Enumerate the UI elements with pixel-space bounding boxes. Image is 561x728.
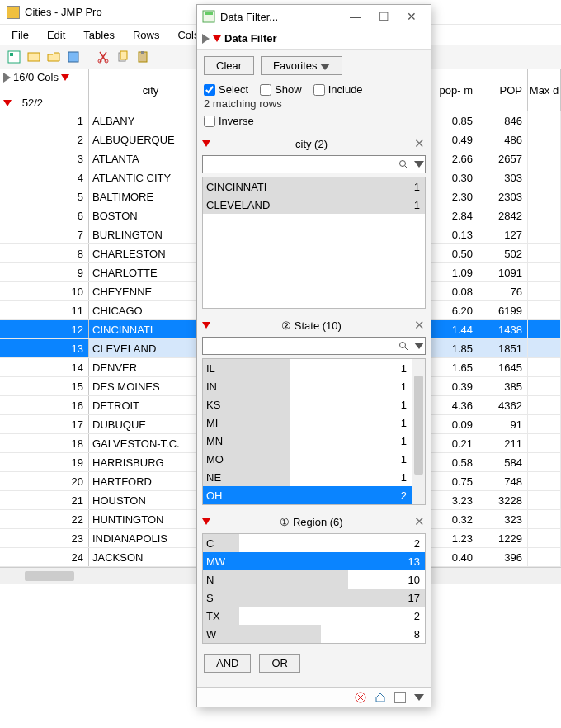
cell-pop[interactable]: 748 <box>478 472 528 490</box>
paste-button[interactable] <box>134 48 152 66</box>
row-number[interactable]: 13 <box>0 339 89 357</box>
panel-titlebar[interactable]: Data Filter... — ☐ ✕ <box>197 5 431 28</box>
tool-button-1[interactable] <box>5 48 23 66</box>
cell-pop[interactable]: 91 <box>478 415 528 433</box>
remove-region-filter[interactable]: ✕ <box>412 514 426 529</box>
list-item[interactable]: CINCINNATI1 <box>203 177 425 196</box>
cell-popm[interactable]: 0.30 <box>429 168 478 187</box>
menu-tables[interactable]: Tables <box>75 27 123 43</box>
cell-city[interactable]: CHICAGO <box>89 301 213 319</box>
cell-popm[interactable]: 0.40 <box>429 548 478 566</box>
cell-pop[interactable]: 2842 <box>478 206 528 225</box>
cell-popm[interactable]: 2.30 <box>429 187 478 206</box>
copy-button[interactable] <box>114 48 132 66</box>
home-icon[interactable] <box>375 692 386 703</box>
search-options-dropdown[interactable] <box>412 337 426 355</box>
cell-city[interactable]: HOUSTON <box>89 491 213 509</box>
cell-popm[interactable]: 6.20 <box>429 301 478 319</box>
cell-city[interactable]: DES MOINES <box>89 377 213 395</box>
cell-city[interactable]: ATLANTA <box>89 149 213 168</box>
list-item[interactable]: C2 <box>203 534 425 552</box>
row-number[interactable]: 6 <box>0 206 89 225</box>
list-item[interactable]: OH2 <box>203 486 412 504</box>
list-item[interactable]: MI1 <box>203 414 412 432</box>
list-item[interactable]: NE1 <box>203 468 412 486</box>
cell-pop[interactable]: 396 <box>478 548 528 566</box>
list-item[interactable]: W8 <box>203 625 425 643</box>
list-item[interactable]: MN1 <box>203 432 412 450</box>
menu-file[interactable]: File <box>3 27 37 43</box>
list-item[interactable]: N10 <box>203 570 425 589</box>
hotspot-icon[interactable] <box>202 322 210 329</box>
cell-city[interactable]: ATLANTIC CITY <box>89 168 213 187</box>
cell-city[interactable]: BALTIMORE <box>89 187 213 206</box>
row-number[interactable]: 4 <box>0 168 89 187</box>
cell-city[interactable]: BOSTON <box>89 206 213 225</box>
row-number[interactable]: 24 <box>0 548 89 566</box>
state-search-input[interactable] <box>202 337 394 355</box>
list-item[interactable]: TX2 <box>203 607 425 625</box>
select-checkbox[interactable]: Select <box>204 83 248 96</box>
cell-popm[interactable]: 1.65 <box>429 358 478 376</box>
cell-popm[interactable]: 0.58 <box>429 453 478 471</box>
cell-pop[interactable]: 1645 <box>478 358 528 376</box>
row-number[interactable]: 14 <box>0 358 89 376</box>
favorites-button[interactable]: Favorites <box>261 56 342 75</box>
cell-pop[interactable]: 127 <box>478 225 528 243</box>
clear-button[interactable]: Clear <box>204 56 254 75</box>
remove-city-filter[interactable]: ✕ <box>412 136 426 151</box>
search-icon[interactable] <box>394 155 412 173</box>
list-item[interactable]: S17 <box>203 589 425 607</box>
cell-city[interactable]: INDIANAPOLIS <box>89 529 213 547</box>
cell-popm[interactable]: 4.36 <box>429 396 478 414</box>
hotspot-icon[interactable] <box>61 74 69 81</box>
cell-popm[interactable]: 0.08 <box>429 282 478 300</box>
cut-button[interactable] <box>94 48 112 66</box>
cell-pop[interactable]: 2303 <box>478 187 528 206</box>
row-number[interactable]: 22 <box>0 510 89 528</box>
cell-city[interactable]: HARTFORD <box>89 472 213 490</box>
list-item[interactable]: CLEVELAND1 <box>203 196 425 214</box>
cell-popm[interactable]: 0.50 <box>429 244 478 262</box>
cell-city[interactable]: DETROIT <box>89 396 213 414</box>
cell-city[interactable]: HARRISBURG <box>89 453 213 471</box>
minimize-button[interactable]: — <box>342 10 370 23</box>
cell-popm[interactable]: 1.23 <box>429 529 478 547</box>
col-header-city[interactable]: city <box>89 69 213 111</box>
tool-button-4[interactable] <box>64 48 82 66</box>
cell-popm[interactable]: 2.66 <box>429 149 478 168</box>
cell-pop[interactable]: 303 <box>478 168 528 187</box>
row-number[interactable]: 3 <box>0 149 89 168</box>
search-options-dropdown[interactable] <box>412 155 426 173</box>
cell-popm[interactable]: 2.84 <box>429 206 478 225</box>
or-button[interactable]: OR <box>259 654 300 673</box>
cell-pop[interactable]: 502 <box>478 244 528 262</box>
cell-city[interactable]: ALBANY <box>89 111 213 130</box>
cell-popm[interactable]: 0.49 <box>429 130 478 149</box>
row-number[interactable]: 10 <box>0 282 89 300</box>
row-number[interactable]: 17 <box>0 415 89 433</box>
col-header-popm[interactable]: pop- m <box>429 69 478 111</box>
status-dropdown-icon[interactable] <box>414 694 424 701</box>
cell-city[interactable]: HUNTINGTON <box>89 510 213 528</box>
maximize-button[interactable]: ☐ <box>370 10 398 23</box>
cell-city[interactable]: JACKSON <box>89 548 213 566</box>
hotspot-icon[interactable] <box>3 100 12 106</box>
row-number[interactable]: 18 <box>0 434 89 452</box>
cell-pop[interactable]: 1438 <box>478 320 528 338</box>
cell-pop[interactable]: 211 <box>478 434 528 452</box>
list-item[interactable]: MW13 <box>203 552 425 570</box>
row-number[interactable]: 9 <box>0 263 89 281</box>
cell-popm[interactable]: 1.09 <box>429 263 478 281</box>
cell-pop[interactable]: 385 <box>478 377 528 395</box>
hotspot-icon[interactable] <box>202 518 210 525</box>
cell-popm[interactable]: 0.09 <box>429 415 478 433</box>
cell-city[interactable]: CHEYENNE <box>89 282 213 300</box>
cell-city[interactable]: CHARLESTON <box>89 244 213 262</box>
menu-rows[interactable]: Rows <box>125 27 168 43</box>
grid-corner[interactable]: 16/0 Cols 52/2 <box>0 69 89 111</box>
cell-city[interactable]: CINCINNATI <box>89 320 213 338</box>
cell-city[interactable]: DUBUQUE <box>89 415 213 433</box>
cell-popm[interactable]: 0.21 <box>429 434 478 452</box>
row-number[interactable]: 11 <box>0 301 89 319</box>
